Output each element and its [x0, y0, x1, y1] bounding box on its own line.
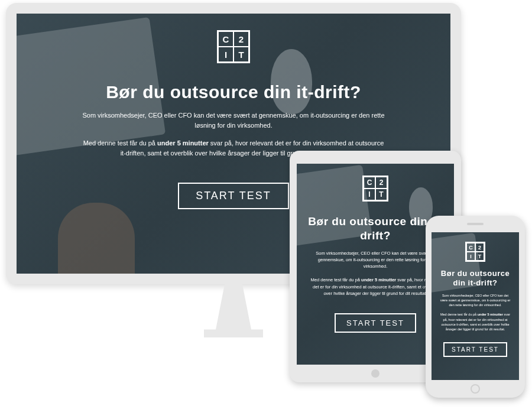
logo-cell: C	[466, 243, 475, 252]
logo-cell: I	[466, 252, 475, 261]
headline: Bør du outsource din it-drift?	[106, 82, 361, 102]
c2it-logo: C 2 I T	[465, 242, 485, 262]
logo-cell: I	[218, 47, 233, 62]
phone-screen: C 2 I T Bør du outsource din it-drift? S…	[432, 232, 519, 380]
intro-paragraph-1: Som virksomhedsejer, CEO eller CFO kan d…	[17, 111, 450, 130]
hero-content: C 2 I T Bør du outsource din it-drift? S…	[432, 232, 519, 380]
logo-cell: 2	[233, 31, 249, 47]
phone-mockup: C 2 I T Bør du outsource din it-drift? S…	[426, 216, 525, 398]
start-test-button[interactable]: START TEST	[335, 313, 416, 333]
logo-cell: T	[375, 189, 387, 200]
logo-cell: 2	[375, 177, 387, 189]
intro-paragraph-2: Med denne test får du på under 5 minutte…	[432, 312, 519, 332]
intro-paragraph-1: Som virksomhedsejer, CEO eller CFO kan d…	[432, 293, 519, 308]
phone-home-button	[471, 384, 480, 394]
start-test-button[interactable]: START TEST	[178, 183, 289, 209]
logo-cell: 2	[475, 243, 484, 252]
phone-bezel: C 2 I T Bør du outsource din it-drift? S…	[426, 216, 525, 398]
start-test-button[interactable]: START TEST	[443, 342, 507, 357]
logo-cell: C	[218, 31, 233, 47]
logo-cell: T	[233, 47, 249, 62]
monitor-stand	[204, 284, 263, 337]
c2it-logo: C 2 I T	[217, 30, 250, 63]
logo-cell: T	[475, 252, 484, 261]
logo-cell: I	[364, 189, 375, 200]
logo-cell: C	[364, 177, 375, 189]
headline: Bør du outsource din it-drift?	[432, 269, 519, 288]
phone-speaker	[467, 223, 484, 225]
tablet-home-button	[371, 369, 379, 378]
c2it-logo: C 2 I T	[362, 176, 388, 202]
